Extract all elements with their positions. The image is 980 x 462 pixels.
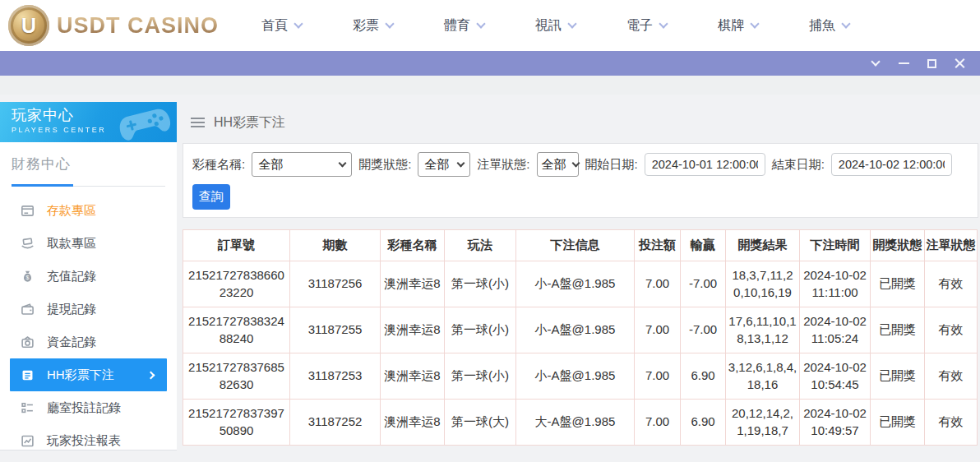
cell-order-status: 有效 [925, 400, 978, 446]
nav-label: 首頁 [261, 17, 288, 35]
sidebar-item-hh-lottery-bets[interactable]: HH彩票下注 [10, 358, 167, 391]
table-row: 2152172783832488240 31187255 澳洲幸运8 第一球(小… [183, 307, 978, 353]
cell-draw-result: 3,12,6,1,8,4,18,16 [726, 353, 800, 400]
sidebar-item-withdrawal-record[interactable]: 提現記錄 [0, 293, 177, 326]
logo-coin-icon: U [8, 5, 49, 46]
sidebar-item-recharge-record[interactable]: $ 充值記錄 [0, 260, 177, 293]
window-dropdown-button[interactable] [870, 58, 881, 69]
sidebar-item-label: 存款專區 [47, 203, 96, 219]
nav-item-lottery[interactable]: 彩票 [353, 17, 393, 35]
sidebar-item-withdraw[interactable]: 取款專區 [0, 227, 177, 260]
sidebar-item-label: 提現記錄 [47, 302, 96, 317]
col-header-draw-status: 開獎狀態 [871, 230, 925, 261]
cell-order-no: 2152172783768582630 [183, 353, 290, 400]
cell-draw-status: 已開獎 [871, 307, 925, 353]
section-underline [12, 184, 165, 187]
sidebar-item-deposit[interactable]: 存款專區 [0, 194, 177, 227]
sidebar-item-player-bet-report[interactable]: 玩家投注報表 [0, 424, 177, 457]
cell-draw-result: 18,3,7,11,20,10,16,19 [726, 261, 800, 307]
cell-order-no: 2152172783832488240 [183, 307, 290, 353]
nav-label: 體育 [444, 17, 470, 35]
sidebar-item-label: HH彩票下注 [47, 367, 114, 383]
cell-play-type: 第一球(小) [445, 261, 516, 307]
cell-bet-time: 2024-10-02 11:11:00 [800, 261, 871, 307]
sidebar-item-room-bet-record[interactable]: 廳室投註記錄 [0, 391, 177, 424]
nav-item-live-video[interactable]: 視訊 [535, 17, 576, 35]
main-nav: 首頁 彩票 體育 視訊 電子 棋牌 捕魚 [261, 17, 849, 35]
cell-bet-info: 小-A盤@1.985 [516, 307, 635, 353]
lottery-name-label: 彩種名稱: [192, 157, 245, 173]
cell-bet-amount: 7.00 [635, 400, 681, 446]
cell-bet-amount: 7.00 [635, 307, 681, 353]
content-area: 玩家中心 PLAYERS CENTER 財務中心 [0, 102, 980, 462]
cell-order-status: 有效 [925, 261, 978, 307]
col-header-win-loss: 輸贏 [681, 230, 726, 261]
chevron-down-icon [385, 19, 394, 28]
col-header-order-no: 訂單號 [183, 230, 290, 261]
nav-label: 棋牌 [718, 17, 744, 35]
nav-item-slots[interactable]: 電子 [626, 17, 667, 35]
cell-bet-info: 小-A盤@1.985 [516, 353, 635, 400]
filter-panel: 彩種名稱: 全部 開獎狀態: 全部 注單狀態: 全部 開始日期: 結束日期: [183, 143, 978, 218]
sidebar-item-funds-record[interactable]: 資金記錄 [0, 326, 177, 358]
deposit-icon [21, 204, 35, 218]
draw-status-label: 開獎狀態: [358, 157, 411, 173]
cell-bet-info: 大-A盤@1.985 [516, 400, 635, 446]
filter-row: 彩種名稱: 全部 開獎狀態: 全部 注單狀態: 全部 開始日期: 結束日期: [192, 152, 968, 177]
cell-draw-status: 已開獎 [871, 400, 925, 446]
search-button[interactable]: 查詢 [192, 184, 230, 210]
cell-win-loss: 6.90 [681, 400, 726, 446]
sidebar-item-label: 玩家投注報表 [47, 433, 121, 449]
col-header-bet-amount: 投注額 [635, 230, 681, 261]
cell-period: 31187253 [290, 353, 381, 400]
lottery-name-select[interactable]: 全部 [252, 152, 352, 177]
cell-bet-time: 2024-10-02 10:54:45 [800, 353, 871, 400]
table-row: 2152172783866023220 31187256 澳洲幸运8 第一球(小… [183, 261, 978, 307]
nav-label: 電子 [626, 17, 653, 35]
table-row: 2152172783739750890 31187252 澳洲幸运8 第一球(大… [183, 400, 978, 446]
recharge-record-icon: $ [21, 270, 35, 284]
cell-draw-result: 17,6,11,10,18,13,1,12 [726, 307, 800, 353]
chevron-down-icon [659, 19, 668, 28]
hamburger-menu-icon[interactable] [191, 118, 205, 127]
window-maximize-button[interactable] [926, 58, 937, 69]
svg-text:$: $ [26, 275, 30, 280]
col-header-lottery-name: 彩種名稱 [381, 230, 445, 261]
cell-lottery-name: 澳洲幸运8 [381, 261, 445, 307]
draw-status-select[interactable]: 全部 [418, 152, 470, 177]
nav-item-sports[interactable]: 體育 [444, 17, 484, 35]
minimize-icon [899, 62, 909, 64]
nav-label: 視訊 [535, 17, 562, 35]
nav-item-board-games[interactable]: 棋牌 [718, 17, 758, 35]
logo[interactable]: U USDT CASINO [8, 5, 219, 46]
sidebar-section-title: 財務中心 [12, 155, 165, 173]
cell-order-no: 2152172783866023220 [183, 261, 290, 307]
order-status-select[interactable]: 全部 [537, 152, 579, 177]
cell-play-type: 第一球(小) [445, 307, 516, 353]
window-close-button[interactable] [954, 58, 965, 69]
end-date-label: 結束日期: [772, 157, 825, 173]
cell-play-type: 第一球(小) [445, 353, 516, 400]
nav-item-fishing[interactable]: 捕魚 [809, 17, 849, 35]
cell-bet-amount: 7.00 [635, 261, 681, 307]
cell-play-type: 第一球(大) [445, 400, 516, 446]
cell-period: 31187256 [290, 261, 381, 307]
breadcrumb: HH彩票下注 [183, 102, 978, 143]
withdraw-icon [21, 237, 35, 251]
top-navbar: U USDT CASINO 首頁 彩票 體育 視訊 電子 棋牌 捕魚 [0, 0, 980, 51]
sidebar-item-label: 資金記錄 [47, 335, 96, 350]
start-date-input[interactable] [645, 153, 765, 176]
chevron-down-icon [750, 19, 759, 28]
nav-item-home[interactable]: 首頁 [261, 17, 302, 35]
bet-records-table: 訂單號 期數 彩種名稱 玩法 下注信息 投注額 輸贏 開獎結果 下注時間 開獎狀… [183, 229, 978, 446]
window-minimize-button[interactable] [898, 58, 909, 69]
page-title: HH彩票下注 [214, 114, 285, 132]
order-status-label: 注單狀態: [477, 157, 529, 173]
funds-record-icon [21, 335, 35, 349]
end-date-input[interactable] [831, 153, 952, 176]
cell-bet-time: 2024-10-02 11:05:24 [800, 307, 871, 353]
col-header-order-status: 注單狀態 [925, 230, 978, 261]
table-header-row: 訂單號 期數 彩種名稱 玩法 下注信息 投注額 輸贏 開獎結果 下注時間 開獎狀… [183, 230, 978, 261]
close-icon [955, 58, 965, 69]
cell-lottery-name: 澳洲幸运8 [381, 400, 445, 446]
